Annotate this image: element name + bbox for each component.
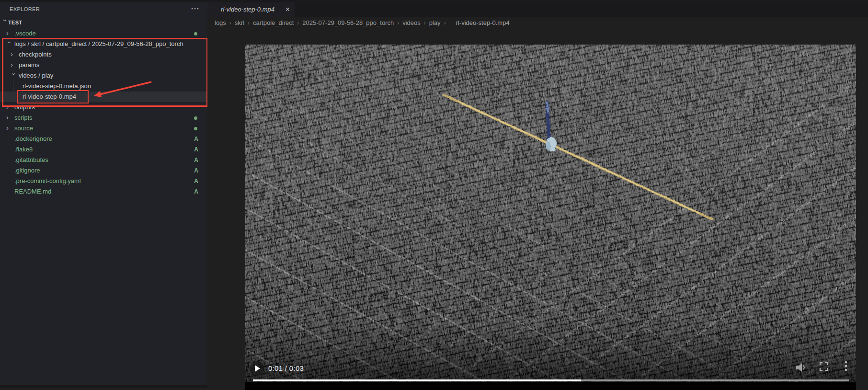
video-player[interactable]: 0:01 / 0:03 bbox=[245, 45, 856, 390]
tree-item-label: logs / skrl / cartpole_direct / 2025-07-… bbox=[14, 39, 183, 49]
explorer-title: EXPLORER bbox=[10, 6, 40, 12]
chevron-down-icon: › bbox=[4, 41, 14, 47]
workspace-name: TEST bbox=[8, 17, 23, 28]
chevron-right-icon: › bbox=[11, 60, 16, 70]
breadcrumb: logs›skrl›cartpole_direct›2025-07-29_09-… bbox=[207, 17, 868, 29]
tree-item-flake8[interactable]: .flake8A bbox=[0, 144, 207, 155]
modified-dot-badge bbox=[194, 116, 197, 120]
tree-item-gitattributes[interactable]: .gitattributesA bbox=[0, 155, 207, 165]
tree-item-dockerignore[interactable]: .dockerignoreA bbox=[0, 134, 207, 144]
fullscreen-icon[interactable] bbox=[820, 362, 828, 371]
tree-item-videos-play[interactable]: ›videos / play bbox=[0, 70, 207, 81]
tree-item-label: source bbox=[14, 123, 33, 134]
git-added-badge: A bbox=[194, 165, 198, 176]
tree-item-label: outputs bbox=[14, 102, 35, 113]
breadcrumb-item-cartpole-direct[interactable]: cartpole_direct bbox=[253, 19, 294, 26]
progress-played bbox=[253, 379, 581, 381]
breadcrumb-item-2025-07-29-09-56-28-ppo-torch[interactable]: 2025-07-29_09-56-28_ppo_torch bbox=[302, 19, 394, 26]
tab-bar: rl-video-step-0.mp4 × bbox=[207, 2, 868, 17]
tree-item-checkpoints[interactable]: ›checkpoints bbox=[0, 49, 207, 60]
tree-item-pre-commit-config-yaml[interactable]: .pre-commit-config.yamlA bbox=[0, 176, 207, 186]
controls-shade bbox=[245, 320, 856, 382]
tree-item-label: .gitattributes bbox=[14, 155, 48, 165]
play-icon bbox=[255, 365, 260, 372]
tree-item-label: .gitignore bbox=[14, 165, 40, 176]
chevron-right-icon: › bbox=[6, 123, 12, 134]
tree-item-rl-video-step-0-meta-json[interactable]: rl-video-step-0.meta.json bbox=[0, 81, 207, 92]
play-button[interactable] bbox=[250, 361, 264, 376]
tree-item-label: checkpoints bbox=[19, 49, 52, 60]
chevron-down-icon: › bbox=[8, 73, 19, 79]
tree-item-label: videos / play bbox=[19, 70, 53, 81]
tree-item-logs-skrl-cartpole-direct-2025-07-29-09-56-28-ppo-torch[interactable]: ›logs / skrl / cartpole_direct / 2025-07… bbox=[0, 39, 207, 49]
git-added-badge: A bbox=[194, 134, 198, 144]
breadcrumb-separator-icon: › bbox=[297, 20, 299, 26]
editor-area: rl-video-step-0.mp4 × logs›skrl›cartpole… bbox=[207, 2, 868, 390]
git-added-badge: A bbox=[194, 176, 198, 186]
explorer-sidebar: EXPLORER ⋯ › TEST ›.vscode›logs / skrl /… bbox=[0, 2, 207, 387]
tab-label: rl-video-step-0.mp4 bbox=[221, 2, 274, 17]
tree-item-rl-video-step-0-mp4[interactable]: rl-video-step-0.mp4 bbox=[0, 92, 207, 102]
chevron-right-icon: › bbox=[6, 102, 12, 113]
tree-item-label: README.md bbox=[14, 186, 51, 197]
workspace-root-row[interactable]: › TEST bbox=[0, 17, 207, 28]
more-actions-icon[interactable]: ⋯ bbox=[191, 3, 200, 14]
modified-dot-badge bbox=[194, 127, 197, 130]
chevron-right-icon: › bbox=[6, 28, 12, 39]
overflow-menu-icon[interactable] bbox=[844, 360, 848, 373]
git-added-badge: A bbox=[194, 186, 198, 197]
breadcrumb-item-play[interactable]: play bbox=[429, 19, 441, 26]
breadcrumb-item-videos[interactable]: videos bbox=[402, 19, 421, 26]
tab-rl-video-step-0-mp4[interactable]: rl-video-step-0.mp4 × bbox=[207, 2, 295, 17]
tree-item-label: rl-video-step-0.meta.json bbox=[23, 81, 91, 92]
tree-item-label: .vscode bbox=[14, 28, 36, 39]
tree-item-label: .flake8 bbox=[14, 144, 33, 155]
tree-item-label: .pre-commit-config.yaml bbox=[14, 176, 81, 186]
tree-item-params[interactable]: ›params bbox=[0, 60, 207, 70]
breadcrumb-item-logs[interactable]: logs bbox=[215, 19, 226, 26]
chevron-right-icon: › bbox=[6, 113, 12, 123]
explorer-header: EXPLORER ⋯ bbox=[0, 2, 207, 17]
close-icon[interactable]: × bbox=[286, 2, 290, 16]
tree-item-label: params bbox=[19, 60, 39, 70]
breadcrumb-separator-icon: › bbox=[229, 20, 231, 26]
breadcrumb-item-skrl[interactable]: skrl bbox=[235, 19, 244, 26]
git-added-badge: A bbox=[194, 144, 198, 155]
breadcrumb-separator-icon: › bbox=[444, 20, 446, 26]
sidebar-bottom-edge bbox=[0, 385, 207, 388]
time-display: 0:01 / 0:03 bbox=[268, 361, 304, 376]
breadcrumb-item-rl-video-step-0-mp4[interactable]: rl-video-step-0.mp4 bbox=[456, 19, 510, 26]
breadcrumb-separator-icon: › bbox=[424, 20, 426, 26]
git-added-badge: A bbox=[194, 155, 198, 165]
tree-item-label: .dockerignore bbox=[14, 134, 52, 144]
volume-muted-icon[interactable] bbox=[795, 362, 807, 373]
modified-dot-badge bbox=[194, 32, 197, 35]
video-frame: 0:01 / 0:03 bbox=[245, 45, 856, 382]
file-tree: ›.vscode›logs / skrl / cartpole_direct /… bbox=[0, 28, 207, 220]
breadcrumb-separator-icon: › bbox=[248, 20, 250, 26]
vscode-window: EXPLORER ⋯ › TEST ›.vscode›logs / skrl /… bbox=[0, 0, 868, 390]
video-progress-bar[interactable] bbox=[253, 379, 849, 381]
breadcrumb-separator-icon: › bbox=[397, 20, 399, 26]
tree-item-gitignore[interactable]: .gitignoreA bbox=[0, 165, 207, 176]
tree-item-vscode[interactable]: ›.vscode bbox=[0, 28, 207, 39]
tree-item-source[interactable]: ›source bbox=[0, 123, 207, 134]
tree-item-label: rl-video-step-0.mp4 bbox=[23, 92, 76, 102]
tree-item-scripts[interactable]: ›scripts bbox=[0, 113, 207, 123]
tree-item-label: scripts bbox=[14, 113, 33, 123]
tree-item-readme-md[interactable]: README.mdA bbox=[0, 186, 207, 197]
tree-item-outputs[interactable]: ›outputs bbox=[0, 102, 207, 113]
chevron-right-icon: › bbox=[11, 49, 16, 60]
